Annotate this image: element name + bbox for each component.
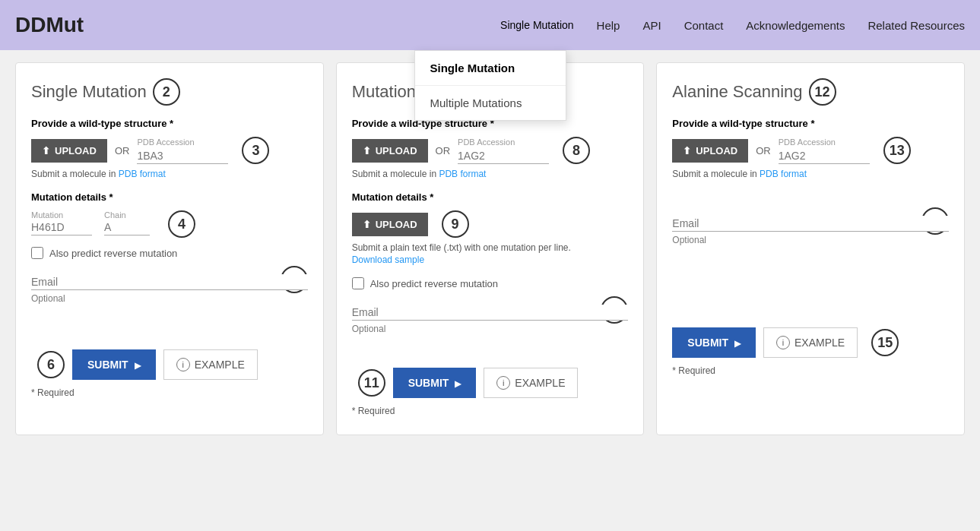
card3-or-text: OR (756, 145, 771, 156)
card2-checkbox-row: Also predict reverse mutation (352, 277, 629, 289)
card2-submit-button[interactable]: SUBMIT (393, 368, 477, 398)
card2-upload-button[interactable]: UPLOAD (352, 139, 428, 163)
card3-title: Alanine Scanning 12 (672, 78, 949, 106)
card1-mutation-label: Mutation (31, 210, 92, 220)
card1-upload-button[interactable]: UPLOAD (31, 139, 107, 163)
card1-checkbox-label: Also predict reverse mutation (49, 248, 177, 259)
card2-pdb-format-link[interactable]: PDB format (439, 169, 486, 179)
card3-upload-row: UPLOAD OR PDB Accession 13 (672, 137, 949, 164)
card2-upload-row: UPLOAD OR PDB Accession 8 (352, 137, 629, 164)
card1-email-input[interactable] (31, 274, 308, 290)
card1-mutation-field-group: Mutation (31, 210, 92, 238)
nav-contact[interactable]: Contact (684, 19, 724, 32)
nav-acknowledgements[interactable]: Acknowledgements (746, 19, 845, 32)
circle-3: 3 (242, 137, 269, 164)
upload-icon-4 (683, 145, 691, 156)
card2-mutation-details-label: Mutation details * (352, 191, 629, 203)
card2-required-note: * Required (352, 406, 629, 419)
card3-pdb-group: PDB Accession (779, 137, 870, 164)
card1-action-row: 6 SUBMIT i EXAMPLE (31, 349, 308, 380)
nav-dropdown-trigger[interactable]: Single Mutation (500, 19, 574, 31)
card1-pdb-format-text: Submit a molecule in PDB format (31, 169, 308, 179)
card3-email-input[interactable] (672, 216, 949, 232)
card3-pdb-label: PDB Accession (779, 137, 870, 147)
card1-example-button[interactable]: i EXAMPLE (163, 349, 258, 380)
circle-12: 12 (809, 78, 836, 106)
circle-9: 9 (442, 210, 469, 238)
card3-email-optional: Optional (672, 235, 949, 245)
card2-mutation-upload-section: UPLOAD 9 Submit a plain text file (.txt)… (352, 210, 629, 265)
card2-pdb-format-text: Submit a molecule in PDB format (352, 169, 629, 179)
circle-13: 13 (883, 137, 911, 164)
circle-2: 2 (153, 78, 180, 106)
card3-info-icon: i (776, 336, 790, 349)
card1-email-optional: Optional (31, 293, 308, 304)
circle-15: 15 (871, 329, 899, 356)
card1-or-text: OR (115, 145, 130, 156)
card3-pdb-format-link[interactable]: PDB format (760, 169, 807, 179)
alanine-scanning-card: Alanine Scanning 12 Provide a wild-type … (656, 62, 965, 435)
card3-pdb-input[interactable] (779, 148, 870, 164)
card2-reverse-mutation-checkbox[interactable] (352, 277, 364, 289)
card1-upload-row: UPLOAD OR PDB Accession 3 (31, 137, 308, 164)
single-mutation-card: Single Mutation 2 Provide a wild-type st… (15, 62, 324, 435)
card1-pdb-input[interactable] (137, 148, 228, 164)
circle-11: 11 (358, 369, 385, 397)
card1-chain-field-group: Chain (104, 210, 150, 238)
card3-action-row: SUBMIT i EXAMPLE 15 (672, 327, 949, 358)
upload-icon-2 (363, 145, 371, 156)
card1-mutation-details-label: Mutation details * (31, 191, 308, 203)
card1-chain-input[interactable] (104, 220, 150, 235)
card2-example-button[interactable]: i EXAMPLE (484, 368, 578, 398)
submit-arrow-icon (135, 359, 141, 371)
card3-upload-button[interactable]: UPLOAD (672, 139, 748, 163)
card1-section1-label: Provide a wild-type structure * (31, 118, 308, 129)
nav-dropdown[interactable]: Single Mutation (500, 19, 574, 31)
card1-checkbox-row: Also predict reverse mutation (31, 247, 308, 259)
nav-help[interactable]: Help (597, 19, 620, 32)
card3-section1-label: Provide a wild-type structure * (672, 118, 949, 129)
card1-required-note: * Required (31, 387, 308, 401)
nav-dropdown-menu: Single Mutation Multiple Mutations (414, 50, 566, 121)
card1-pdb-group: PDB Accession (137, 137, 228, 164)
card1-chain-label: Chain (104, 210, 150, 220)
dropdown-item-single-mutation[interactable]: Single Mutation (415, 51, 566, 86)
logo: DDMut (15, 13, 84, 37)
nav-api[interactable]: API (642, 19, 661, 32)
card3-example-button[interactable]: i EXAMPLE (763, 327, 858, 358)
card1-submit-button[interactable]: SUBMIT (72, 349, 156, 380)
upload-icon (42, 145, 50, 156)
card2-checkbox-label: Also predict reverse mutation (370, 278, 498, 289)
card2-action-row: 11 SUBMIT i EXAMPLE (352, 368, 629, 398)
card2-or-text: OR (436, 145, 451, 156)
card2-email-optional: Optional (352, 324, 629, 334)
circle-4: 4 (168, 210, 195, 238)
dropdown-item-multiple-mutations[interactable]: Multiple Mutations (415, 86, 566, 120)
card1-reverse-mutation-checkbox[interactable] (31, 247, 43, 259)
card3-email-section: Optional 14 (672, 216, 949, 245)
header: DDMut Single Mutation Multiple Mutations… (0, 0, 980, 50)
card2-email-input[interactable] (352, 305, 629, 321)
card3-required-note: * Required (672, 365, 949, 379)
card3-pdb-format-text: Submit a molecule in PDB format (672, 169, 949, 179)
card2-download-link[interactable]: Download sample (352, 254, 424, 265)
card2-mutation-desc: Submit a plain text file (.txt) with one… (352, 242, 629, 253)
card2-info-icon: i (496, 376, 510, 390)
page-wrapper: DDMut Single Mutation Multiple Mutations… (0, 0, 980, 447)
card2-pdb-input[interactable] (458, 148, 549, 164)
card2-mutation-upload-button[interactable]: UPLOAD (352, 213, 428, 236)
card1-info-icon: i (176, 358, 190, 371)
nav-related-resources[interactable]: Related Resources (867, 19, 965, 32)
card2-pdb-group: PDB Accession (458, 137, 549, 164)
card2-pdb-label: PDB Accession (458, 137, 549, 147)
card3-submit-button[interactable]: SUBMIT (672, 327, 756, 358)
submit-arrow-icon-3 (734, 337, 741, 349)
card1-title: Single Mutation 2 (31, 78, 308, 106)
header-nav: Single Mutation Help API Contact Acknowl… (500, 19, 965, 32)
circle-8: 8 (563, 137, 590, 164)
card1-email-section: Optional 5 (31, 274, 308, 304)
card1-pdb-format-link[interactable]: PDB format (119, 169, 166, 179)
circle-6: 6 (37, 351, 65, 378)
card1-mutation-input[interactable] (31, 220, 92, 235)
card1-mutation-fields: Mutation Chain 4 (31, 210, 308, 238)
